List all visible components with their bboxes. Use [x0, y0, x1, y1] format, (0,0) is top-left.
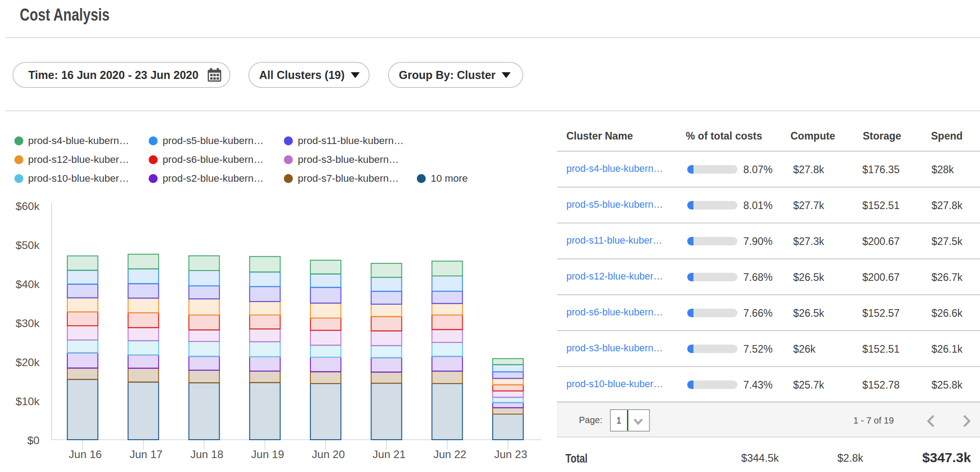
- svg-text:$30k: $30k: [16, 317, 40, 329]
- svg-text:Jun 23: Jun 23: [494, 448, 527, 460]
- svg-text:Jun 17: Jun 17: [129, 448, 163, 460]
- svg-text:Jun 21: Jun 21: [373, 448, 406, 460]
- svg-text:$50k: $50k: [16, 239, 40, 251]
- svg-text:Jun 18: Jun 18: [190, 448, 224, 460]
- svg-text:$0: $0: [27, 434, 40, 446]
- svg-text:$60k: $60k: [16, 200, 40, 212]
- svg-text:$10k: $10k: [16, 395, 40, 407]
- svg-text:Jun 16: Jun 16: [69, 448, 102, 460]
- svg-text:Jun 20: Jun 20: [312, 448, 345, 460]
- svg-text:Jun 22: Jun 22: [433, 448, 467, 460]
- svg-text:$20k: $20k: [16, 356, 40, 368]
- svg-text:Jun 19: Jun 19: [251, 448, 284, 460]
- svg-text:$40k: $40k: [16, 278, 40, 290]
